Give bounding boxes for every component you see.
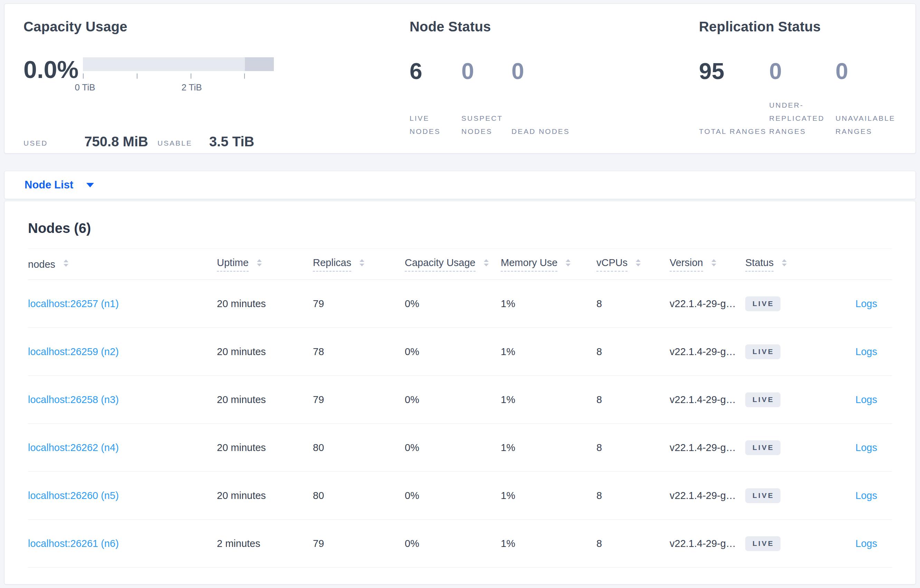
logs-link[interactable]: Logs: [855, 442, 877, 453]
table-row: localhost:26260 (n5) 20 minutes 80 0% 1%…: [28, 472, 892, 520]
capacity-bar-chart: 0 TiB 2 TiB: [83, 57, 274, 71]
live-nodes-count: 6: [410, 59, 422, 84]
node-status-panel: Node Status 6 LIVE NODES 0 SUSPECT NODES…: [410, 19, 699, 153]
dead-nodes-stat: 0 DEAD NODES: [512, 59, 570, 138]
nodes-table-card: Nodes (6) nodes Uptime Replic: [4, 201, 916, 585]
unavailable-count: 0: [836, 59, 848, 84]
vcpus-cell: 8: [596, 424, 670, 472]
used-value: 750.8 MiB: [84, 134, 148, 149]
status-badge: LIVE: [745, 488, 781, 503]
column-header-capacity-usage[interactable]: Capacity Usage: [405, 249, 501, 280]
node-list-dropdown-label: Node List: [24, 179, 73, 191]
capacity-usage-panel: Capacity Usage 0.0% 0 TiB 2 TiB U: [23, 19, 410, 153]
replicas-cell: 78: [313, 328, 405, 376]
uptime-cell: 20 minutes: [217, 424, 313, 472]
column-header-status[interactable]: Status: [745, 249, 811, 280]
memory-cell: 1%: [501, 376, 596, 424]
version-cell: v22.1.4-29-g…: [670, 328, 745, 376]
capacity-cell: 0%: [405, 520, 501, 568]
nodes-table-title: Nodes (6): [28, 201, 892, 236]
capacity-cell: 0%: [405, 280, 501, 328]
column-header-replicas[interactable]: Replicas: [313, 249, 405, 280]
dead-nodes-label: DEAD NODES: [512, 125, 570, 138]
capacity-bar-reserved-segment: [245, 57, 274, 71]
axis-tick: [244, 73, 245, 79]
uptime-cell: 20 minutes: [217, 280, 313, 328]
table-row: localhost:26262 (n4) 20 minutes 80 0% 1%…: [28, 424, 892, 472]
vcpus-cell: 8: [596, 328, 670, 376]
table-row: localhost:26261 (n6) 2 minutes 79 0% 1% …: [28, 520, 892, 568]
capacity-cell: 0%: [405, 328, 501, 376]
logs-link[interactable]: Logs: [855, 346, 877, 357]
capacity-used-percent: 0.0%: [23, 57, 83, 82]
memory-cell: 1%: [501, 328, 596, 376]
under-replicated-label: UNDER-REPLICATED RANGES: [769, 99, 836, 138]
node-list-dropdown[interactable]: Node List: [24, 179, 94, 191]
version-cell: v22.1.4-29-g…: [670, 280, 745, 328]
replicas-cell: 79: [313, 520, 405, 568]
column-header-version[interactable]: Version: [670, 249, 745, 280]
vcpus-cell: 8: [596, 472, 670, 520]
view-selector-bar: Node List: [4, 171, 916, 199]
usable-value: 3.5 TiB: [209, 134, 254, 149]
memory-cell: 1%: [501, 520, 596, 568]
suspect-nodes-stat: 0 SUSPECT NODES: [462, 59, 512, 138]
replication-status-panel: Replication Status 95 TOTAL RANGES 0 UND…: [699, 19, 902, 153]
logs-link[interactable]: Logs: [855, 490, 877, 501]
used-label: USED: [23, 139, 48, 147]
node-link[interactable]: localhost:26260 (n5): [28, 490, 119, 501]
sort-icon: [484, 259, 489, 267]
node-link[interactable]: localhost:26262 (n4): [28, 442, 119, 453]
column-header-vcpus[interactable]: vCPUs: [596, 249, 670, 280]
unavailable-label: UNAVAILABLE RANGES: [836, 112, 902, 138]
table-row: localhost:26258 (n3) 20 minutes 79 0% 1%…: [28, 376, 892, 424]
sort-icon: [782, 259, 787, 267]
memory-cell: 1%: [501, 472, 596, 520]
suspect-nodes-count: 0: [462, 59, 474, 84]
sort-icon: [566, 259, 570, 267]
total-ranges-label: TOTAL RANGES: [699, 125, 766, 138]
live-nodes-stat: 6 LIVE NODES: [410, 59, 462, 138]
uptime-cell: 20 minutes: [217, 472, 313, 520]
table-row: localhost:26259 (n2) 20 minutes 78 0% 1%…: [28, 328, 892, 376]
status-badge: LIVE: [745, 393, 781, 407]
vcpus-cell: 8: [596, 376, 670, 424]
replicas-cell: 79: [313, 280, 405, 328]
node-link[interactable]: localhost:26261 (n6): [28, 538, 119, 549]
capacity-usage-title: Capacity Usage: [23, 19, 410, 34]
under-replicated-ranges-stat: 0 UNDER-REPLICATED RANGES: [769, 59, 836, 138]
column-header-memory-use[interactable]: Memory Use: [501, 249, 596, 280]
status-badge: LIVE: [745, 440, 781, 455]
memory-cell: 1%: [501, 424, 596, 472]
version-cell: v22.1.4-29-g…: [670, 520, 745, 568]
replicas-cell: 80: [313, 472, 405, 520]
nodes-table: nodes Uptime Replicas Capacity Usage: [28, 249, 892, 568]
sort-icon: [360, 259, 364, 267]
logs-link[interactable]: Logs: [855, 538, 877, 549]
usable-label: USABLE: [157, 139, 192, 147]
sort-icon: [63, 260, 68, 267]
node-link[interactable]: localhost:26257 (n1): [28, 298, 119, 309]
axis-tick: [137, 73, 138, 79]
memory-cell: 1%: [501, 280, 596, 328]
dead-nodes-count: 0: [512, 59, 524, 84]
axis-tick: [191, 73, 191, 79]
version-cell: v22.1.4-29-g…: [670, 376, 745, 424]
column-header-uptime[interactable]: Uptime: [217, 249, 313, 280]
column-header-logs: [811, 249, 892, 280]
node-link[interactable]: localhost:26258 (n3): [28, 394, 119, 405]
cluster-summary-card: Capacity Usage 0.0% 0 TiB 2 TiB U: [4, 3, 916, 153]
replicas-cell: 80: [313, 424, 405, 472]
logs-link[interactable]: Logs: [855, 394, 877, 405]
sort-icon: [636, 259, 641, 267]
vcpus-cell: 8: [596, 520, 670, 568]
capacity-cell: 0%: [405, 424, 501, 472]
node-link[interactable]: localhost:26259 (n2): [28, 346, 119, 357]
axis-tick-label: 2 TiB: [181, 82, 202, 93]
table-header-row: nodes Uptime Replicas Capacity Usage: [28, 249, 892, 280]
table-row: localhost:26257 (n1) 20 minutes 79 0% 1%…: [28, 280, 892, 328]
axis-tick-label: 0 TiB: [75, 82, 95, 93]
unavailable-ranges-stat: 0 UNAVAILABLE RANGES: [836, 59, 902, 138]
logs-link[interactable]: Logs: [855, 298, 877, 309]
column-header-nodes[interactable]: nodes: [28, 249, 217, 280]
